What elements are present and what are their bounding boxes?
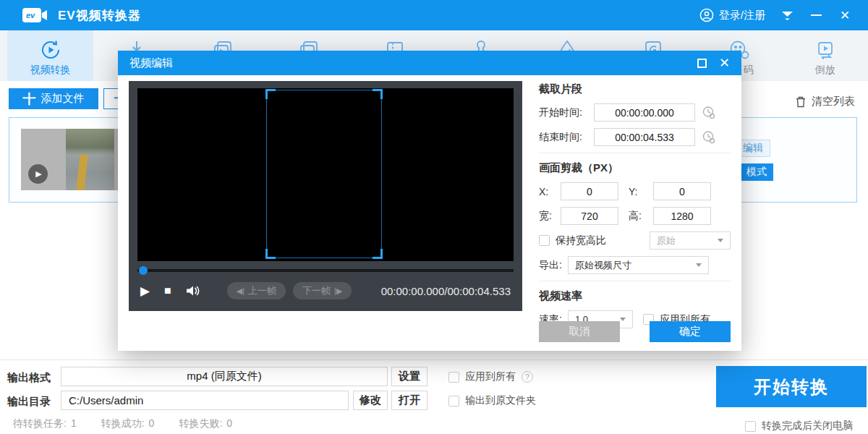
divider [539, 153, 731, 153]
add-file-button[interactable]: 十 添加文件 [9, 88, 98, 109]
crop-handle-bottom-left[interactable] [265, 249, 276, 259]
modify-dir-button[interactable]: 修改 [353, 391, 388, 410]
crop-x-label: X: [539, 186, 561, 197]
user-avatar-icon [699, 8, 714, 22]
player-controls: ▶ ■ ◀| 上一帧 下一帧 |▶ 00:00:00.00 [140, 281, 511, 301]
apply-all-checkbox[interactable] [448, 372, 459, 383]
apply-all-checkbox-row: 应用到所有 ? [448, 370, 533, 383]
end-time-label: 结束时间: [539, 131, 594, 144]
edit-settings-panel: 截取片段 开始时间: 结束时间: [539, 81, 731, 335]
output-dir-label: 输出目录 [7, 395, 51, 409]
output-format-label: 输出格式 [7, 371, 51, 385]
start-convert-button[interactable]: 开始转换 [716, 366, 867, 407]
end-time-input[interactable] [594, 128, 695, 146]
time-display: 00:00:00.000/00:00:04.533 [381, 285, 511, 297]
keep-aspect-checkbox[interactable] [539, 235, 550, 246]
tab-label: 视频转换 [30, 64, 71, 77]
export-size-select[interactable]: 原始视频尺寸 [568, 256, 709, 274]
svg-text:ev: ev [26, 11, 35, 20]
shutdown-after-checkbox[interactable] [745, 421, 756, 432]
divider [539, 281, 731, 281]
thumbnail-play-icon[interactable]: ▶ [28, 164, 48, 184]
video-edit-dialog: 视频编辑 ✕ ▶ ■ [118, 51, 741, 351]
tab-reverse-play[interactable]: 倒放 [782, 30, 868, 81]
clear-list-button[interactable]: 清空列表 [795, 95, 855, 109]
output-to-source-row: 输出到原文件夹 [448, 394, 536, 407]
next-frame-button[interactable]: 下一帧 |▶ [293, 282, 352, 299]
skin-menu-icon[interactable] [780, 8, 794, 22]
start-time-label: 开始时间: [539, 106, 594, 119]
clip-section-header: 截取片段 [539, 82, 731, 96]
step-forward-icon: |▶ [334, 286, 342, 296]
trash-icon [795, 95, 807, 108]
stop-button[interactable]: ■ [164, 284, 171, 297]
tab-video-convert[interactable]: 视频转换 [7, 30, 93, 81]
titlebar: ev EV视频转换器 登录/注册 [0, 0, 868, 30]
volume-icon[interactable] [186, 285, 200, 297]
step-back-icon: ◀| [237, 286, 244, 296]
crop-section-header: 画面剪裁（PX） [539, 161, 731, 175]
clock-pick-icon[interactable] [702, 130, 715, 144]
crop-height-label: 高: [629, 210, 653, 223]
crop-x-input[interactable] [561, 182, 618, 200]
success-count-label: 转换成功: [101, 417, 145, 430]
crop-handle-top-left[interactable] [265, 89, 276, 99]
video-player-panel: ▶ ■ ◀| 上一帧 下一帧 |▶ 00:00:00.00 [129, 81, 522, 311]
help-icon[interactable]: ? [522, 371, 533, 383]
minimize-button[interactable] [809, 8, 823, 22]
close-button[interactable]: ✕ [838, 8, 852, 22]
plus-icon: 十 [23, 93, 36, 106]
chevron-down-icon [696, 263, 702, 267]
apply-all-label: 应用到所有 [465, 370, 516, 383]
crop-width-label: 宽: [539, 210, 561, 223]
dialog-ok-button[interactable]: 确定 [650, 321, 731, 342]
crop-width-input[interactable] [561, 207, 618, 225]
video-frame-image [66, 129, 114, 190]
dialog-maximize-button[interactable] [697, 59, 707, 68]
failed-count-label: 转换失败: [179, 417, 222, 430]
add-file-label: 添加文件 [41, 92, 85, 106]
crop-handle-bottom-right[interactable] [373, 249, 383, 259]
chevron-down-icon [620, 318, 626, 321]
clock-pick-icon[interactable] [702, 106, 715, 119]
output-dir-input[interactable] [61, 391, 349, 410]
seek-handle[interactable] [139, 266, 148, 275]
crop-height-input[interactable] [653, 207, 711, 225]
pending-tasks-label: 待转换任务: [13, 417, 67, 430]
seek-bar[interactable] [137, 269, 514, 272]
open-dir-button[interactable]: 打开 [391, 391, 427, 410]
output-to-source-label: 输出到原文件夹 [465, 394, 536, 407]
output-to-source-checkbox[interactable] [448, 396, 459, 407]
bottom-separator [0, 359, 868, 360]
dialog-cancel-button[interactable]: 取消 [539, 321, 620, 342]
output-format-input[interactable] [61, 367, 388, 386]
crop-selection[interactable] [266, 90, 382, 258]
reverse-play-icon [814, 38, 837, 61]
video-thumbnail: ▶ [21, 129, 122, 190]
crop-y-input[interactable] [653, 182, 711, 200]
keep-aspect-label: 保持宽高比 [556, 234, 606, 247]
app-logo-icon: ev [22, 7, 48, 23]
play-button[interactable]: ▶ [140, 284, 150, 299]
app-window: ev EV视频转换器 登录/注册 [0, 0, 868, 434]
crop-y-label: Y: [629, 186, 653, 197]
pending-tasks-value: 1 [71, 417, 77, 430]
tab-label: 倒放 [815, 64, 835, 77]
format-settings-button[interactable]: 设置 [391, 367, 427, 386]
aspect-ratio-select[interactable]: 原始 [650, 231, 731, 250]
speed-section-header: 视频速率 [539, 289, 731, 303]
shutdown-after-row: 转换完成后关闭电脑 [745, 420, 853, 433]
login-register-button[interactable]: 登录/注册 [699, 8, 765, 22]
crop-handle-top-right[interactable] [373, 89, 383, 99]
dialog-title: 视频编辑 [129, 56, 173, 70]
dialog-titlebar[interactable]: 视频编辑 ✕ [118, 51, 741, 75]
app-title: EV视频转换器 [58, 7, 141, 24]
video-preview [137, 88, 514, 261]
chevron-down-icon [718, 239, 723, 242]
prev-frame-button[interactable]: ◀| 上一帧 [227, 282, 286, 299]
status-bar: 待转换任务: 1 转换成功: 0 转换失败: 0 [13, 417, 232, 430]
start-time-input[interactable] [594, 103, 695, 122]
video-convert-icon [39, 38, 62, 61]
success-count-value: 0 [149, 417, 155, 430]
dialog-close-button[interactable]: ✕ [719, 56, 730, 69]
